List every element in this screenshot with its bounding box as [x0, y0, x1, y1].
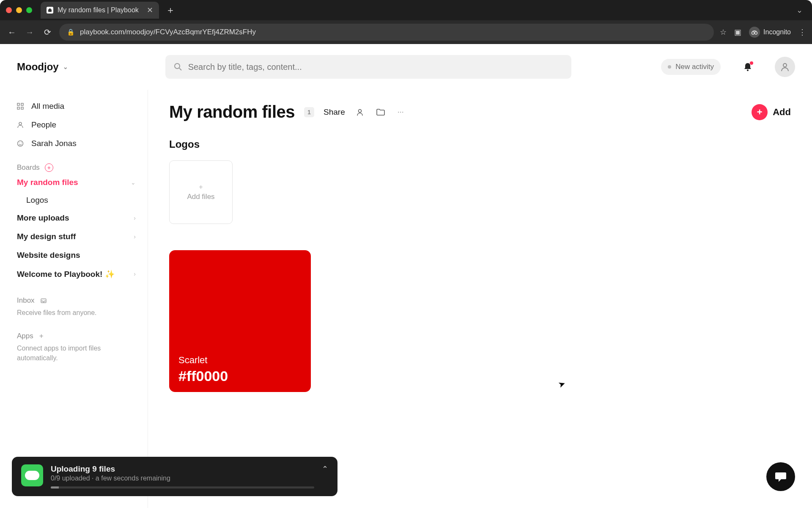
person-icon	[17, 121, 25, 128]
chevron-down-icon: ⌄	[63, 64, 68, 70]
sidebar-board-design-stuff[interactable]: My design stuff ›	[17, 229, 136, 245]
user-avatar[interactable]	[775, 57, 795, 77]
color-card[interactable]: Scarlet #ff0000	[169, 250, 311, 392]
notification-badge-icon	[750, 61, 753, 65]
search-bar[interactable]	[165, 55, 571, 79]
sidebar-item-label: Welcome to Playbook! ✨	[17, 269, 115, 279]
apps-hint: Connect apps to import files automatical…	[17, 344, 136, 363]
upload-toast-icon	[21, 464, 43, 486]
tab-bar: My random files | Playbook ✕ ＋ ⌄	[0, 0, 812, 20]
sidebar-item-label: People	[31, 120, 56, 130]
new-tab-button[interactable]: ＋	[163, 4, 178, 17]
sidebar-board-more-uploads[interactable]: More uploads ›	[17, 210, 136, 226]
sidebar-item-all-media[interactable]: All media	[17, 98, 136, 114]
incognito-indicator[interactable]: Incognito	[749, 27, 791, 38]
maximize-window-icon[interactable]	[26, 7, 32, 13]
sidebar-section-apps[interactable]: Apps +	[17, 332, 136, 340]
new-activity-label: New activity	[675, 63, 714, 71]
sidebar-item-sarah[interactable]: Sarah Jonas	[17, 135, 136, 152]
sidebar-item-label: Sarah Jonas	[31, 139, 77, 148]
color-hex: #ff0000	[178, 368, 228, 384]
title-row: My random files 1 Share ··· + Add	[169, 102, 791, 121]
section-title: Logos	[169, 138, 791, 150]
grid-icon	[17, 103, 25, 110]
upload-toast: Uploading 9 files 0/9 uploaded · a few s…	[12, 457, 337, 496]
svg-rect-10	[17, 107, 19, 109]
share-button[interactable]: Share	[324, 108, 345, 117]
color-name: Scarlet	[178, 355, 207, 366]
svg-point-12	[19, 122, 22, 125]
svg-rect-8	[17, 103, 19, 105]
sidebar-subboard-logos[interactable]: Logos	[17, 193, 136, 207]
tab-favicon-icon	[47, 7, 53, 14]
lock-icon: 🔒	[67, 28, 75, 36]
browser-tab[interactable]: My random files | Playbook ✕	[41, 2, 159, 19]
toast-collapse-button[interactable]: ⌃	[322, 464, 328, 474]
item-count-badge: 1	[304, 107, 314, 117]
sidebar-item-label: All media	[31, 102, 64, 111]
inbox-label: Inbox	[17, 296, 35, 305]
incognito-label: Incognito	[763, 28, 791, 36]
sidebar-board-welcome[interactable]: Welcome to Playbook! ✨ ›	[17, 266, 136, 282]
chevron-right-icon[interactable]: ›	[134, 271, 136, 277]
extensions-icon[interactable]: ▣	[734, 28, 741, 37]
svg-rect-11	[21, 107, 23, 109]
tab-title: My random files | Playbook	[58, 6, 139, 14]
svg-point-20	[358, 109, 361, 112]
svg-point-15	[21, 143, 22, 144]
more-button[interactable]: ···	[396, 108, 406, 116]
forward-button[interactable]: →	[24, 28, 36, 37]
browser-menu-icon[interactable]: ⋮	[798, 28, 806, 37]
main-content: My random files 1 Share ··· + Add Logos …	[148, 90, 812, 508]
page-title: My random files	[169, 102, 295, 121]
upload-progress-bar	[51, 486, 314, 489]
back-button[interactable]: ←	[6, 28, 18, 37]
add-board-button[interactable]: +	[45, 163, 53, 172]
members-button[interactable]	[354, 108, 365, 116]
search-input[interactable]	[188, 62, 563, 72]
inbox-icon	[41, 298, 47, 304]
bookmark-star-icon[interactable]: ☆	[720, 28, 727, 37]
add-button[interactable]: + Add	[752, 104, 791, 120]
search-icon	[174, 63, 182, 71]
add-files-tile[interactable]: + Add files	[169, 160, 233, 224]
sidebar-item-people[interactable]: People	[17, 117, 136, 133]
incognito-icon	[749, 27, 760, 38]
svg-point-7	[783, 64, 787, 67]
chevron-down-icon[interactable]: ⌄	[131, 179, 136, 186]
upload-toast-status: 0/9 uploaded · a few seconds remaining	[51, 475, 314, 482]
folder-button[interactable]	[375, 109, 387, 116]
plus-icon[interactable]: +	[39, 332, 44, 340]
smile-icon	[17, 140, 25, 147]
sidebar-board-my-random-files[interactable]: My random files ⌄	[17, 174, 136, 190]
notifications-button[interactable]	[743, 62, 752, 72]
apps-label: Apps	[17, 332, 33, 340]
plus-icon: +	[199, 183, 203, 191]
cloud-icon	[25, 471, 39, 480]
svg-point-4	[175, 64, 180, 69]
sidebar-board-website-designs[interactable]: Website designs	[17, 247, 136, 263]
sidebar: All media People Sarah Jonas Boards + My…	[0, 90, 148, 508]
support-chat-button[interactable]	[766, 462, 795, 491]
minimize-window-icon[interactable]	[16, 7, 22, 13]
url-text: playbook.com/moodjoy/FCVyAzcBqmrYEfj4ZRM…	[80, 28, 256, 36]
workspace-name: Moodjoy	[17, 61, 59, 73]
sidebar-item-label: Logos	[26, 196, 48, 205]
close-window-icon[interactable]	[6, 7, 12, 13]
tab-close-icon[interactable]: ✕	[147, 6, 153, 15]
reload-button[interactable]: ⟳	[41, 27, 53, 37]
chevron-right-icon[interactable]: ›	[134, 215, 136, 221]
add-files-label: Add files	[187, 193, 214, 201]
url-box[interactable]: 🔒 playbook.com/moodjoy/FCVyAzcBqmrYEfj4Z…	[59, 24, 714, 41]
svg-point-14	[19, 143, 20, 144]
new-activity-pill[interactable]: New activity	[661, 59, 721, 75]
plus-circle-icon: +	[752, 104, 768, 120]
sidebar-section-inbox[interactable]: Inbox	[17, 296, 136, 305]
upload-toast-title: Uploading 9 files	[51, 464, 314, 474]
svg-rect-9	[21, 103, 23, 105]
chevron-right-icon[interactable]: ›	[134, 233, 136, 240]
tab-overflow-icon[interactable]: ⌄	[793, 6, 806, 15]
workspace-switcher[interactable]: Moodjoy ⌄	[17, 61, 68, 73]
svg-line-5	[179, 68, 181, 70]
svg-point-3	[755, 32, 757, 34]
